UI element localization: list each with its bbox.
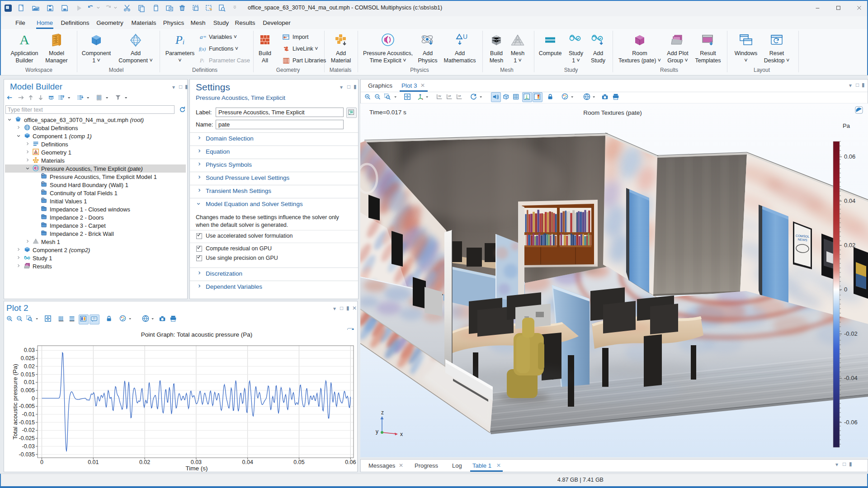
svg-text:0.02: 0.02 bbox=[139, 459, 150, 465]
svg-text:0.02: 0.02 bbox=[24, 363, 35, 370]
svg-text:-0.005: -0.005 bbox=[19, 403, 35, 409]
svg-text:-0.015: -0.015 bbox=[19, 419, 35, 426]
svg-text:Time=0.017 s: Time=0.017 s bbox=[369, 109, 406, 116]
svg-text:D: D bbox=[42, 182, 44, 184]
svg-text:Room Textures (pate): Room Textures (pate) bbox=[583, 109, 642, 116]
svg-text:0: 0 bbox=[844, 286, 847, 293]
svg-text:Time (s): Time (s) bbox=[186, 465, 208, 472]
svg-text:Pa: Pa bbox=[843, 122, 850, 129]
svg-text:0.02: 0.02 bbox=[844, 242, 855, 249]
svg-text:-0.04: -0.04 bbox=[844, 375, 858, 381]
svg-text:0.03: 0.03 bbox=[24, 347, 35, 353]
svg-text:D: D bbox=[42, 198, 44, 200]
svg-text:z: z bbox=[381, 409, 384, 416]
svg-text:0: 0 bbox=[32, 395, 35, 402]
svg-text:x: x bbox=[400, 431, 403, 437]
svg-text:0.01: 0.01 bbox=[24, 379, 35, 385]
svg-text:-0.03: -0.03 bbox=[22, 443, 35, 450]
svg-text:-0.01: -0.01 bbox=[22, 411, 35, 418]
svg-text:Point Graph: Total acoustic pr: Point Graph: Total acoustic pressure (Pa… bbox=[141, 331, 253, 338]
svg-text:D: D bbox=[42, 190, 44, 192]
svg-text:0.005: 0.005 bbox=[21, 387, 35, 394]
svg-text:-0.035: -0.035 bbox=[19, 451, 35, 458]
svg-text:0.03: 0.03 bbox=[191, 459, 202, 465]
svg-text:-0.02: -0.02 bbox=[22, 427, 35, 433]
svg-text:y: y bbox=[376, 428, 378, 435]
svg-text:Total acoustic pressure (Pa): Total acoustic pressure (Pa) bbox=[12, 364, 19, 439]
svg-text:a=: a= bbox=[200, 33, 206, 40]
svg-text:0.06: 0.06 bbox=[844, 153, 855, 160]
svg-text:xy: xy bbox=[438, 94, 441, 97]
svg-text:Pi: Pi bbox=[175, 33, 184, 47]
svg-text:0.01: 0.01 bbox=[88, 459, 99, 465]
svg-text:-0.02: -0.02 bbox=[844, 330, 858, 337]
svg-text:xz: xz bbox=[458, 94, 461, 97]
svg-text:yz: yz bbox=[448, 94, 451, 97]
svg-text:A: A bbox=[19, 33, 29, 47]
svg-text:0.05: 0.05 bbox=[293, 459, 304, 465]
svg-text:-0.025: -0.025 bbox=[19, 435, 35, 441]
svg-text:Pi: Pi bbox=[199, 57, 204, 64]
svg-text:0.06: 0.06 bbox=[345, 459, 356, 465]
svg-text:0.04: 0.04 bbox=[242, 459, 253, 465]
svg-text:0.015: 0.015 bbox=[21, 371, 35, 378]
svg-text:0: 0 bbox=[40, 459, 43, 465]
svg-text:D: D bbox=[42, 174, 44, 176]
svg-text:U: U bbox=[463, 33, 467, 40]
svg-text:-0.06: -0.06 bbox=[844, 419, 858, 426]
svg-text:0.025: 0.025 bbox=[21, 355, 35, 361]
svg-text:0.04: 0.04 bbox=[844, 197, 855, 204]
svg-text:NEWS: NEWS bbox=[797, 238, 807, 241]
svg-text:f(x): f(x) bbox=[199, 46, 206, 52]
